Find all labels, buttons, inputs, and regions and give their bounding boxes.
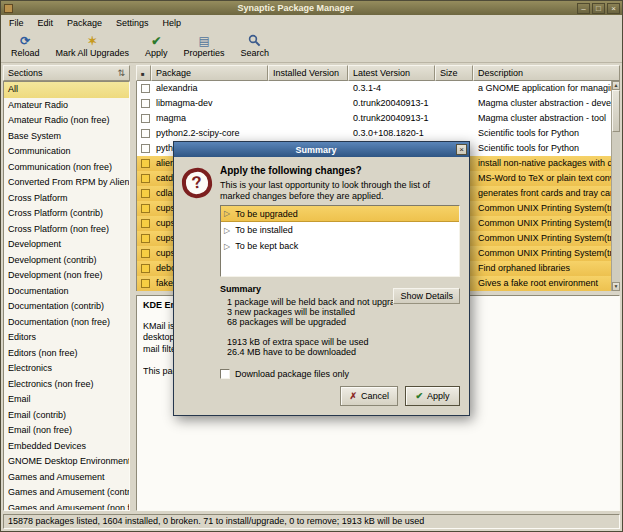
titlebar[interactable]: Synaptic Package Manager – □ × <box>1 1 622 15</box>
table-row[interactable]: python2.2-scipy-core 0.3.0+108.1820-1 Sc… <box>137 126 620 141</box>
change-category-row[interactable]: ▷ To be installed <box>221 222 459 238</box>
summary-line <box>220 327 393 337</box>
section-item[interactable]: Email <box>4 392 129 408</box>
section-item[interactable]: Cross Platform (non free) <box>4 222 129 238</box>
show-details-button[interactable]: Show Details <box>393 288 460 304</box>
section-item[interactable]: Email (non free) <box>4 423 129 439</box>
search-button[interactable]: Search <box>234 31 277 61</box>
apply-toolbar-button[interactable]: ✔ Apply <box>138 31 175 61</box>
change-category-row[interactable]: ▷ To be upgraded <box>221 206 459 222</box>
section-item[interactable]: Email (contrib) <box>4 408 129 424</box>
section-item[interactable]: Documentation (contrib) <box>4 299 129 315</box>
package-description: Common UNIX Printing System(tm <box>474 246 620 261</box>
section-item[interactable]: Development (contrib) <box>4 253 129 269</box>
menubar: File Edit Package Settings Help <box>1 15 622 30</box>
reload-button[interactable]: ⟳ Reload <box>4 31 47 61</box>
installed-version <box>269 126 349 141</box>
menu-item[interactable]: Settings <box>109 17 156 29</box>
row-status-cell <box>137 141 152 156</box>
apply-label: Apply <box>145 48 168 58</box>
expander-icon[interactable]: ▷ <box>224 226 230 235</box>
change-category-label: To be kept back <box>235 241 298 251</box>
section-item[interactable]: Converted From RPM by Alien <box>4 175 129 191</box>
section-item[interactable]: Amateur Radio <box>4 98 129 114</box>
sections-dropdown[interactable]: Sections ⇅ <box>3 65 130 81</box>
expander-icon[interactable]: ▷ <box>224 209 230 218</box>
mark-all-upgrades-button[interactable]: ✶ Mark All Upgrades <box>49 31 137 61</box>
menu-item[interactable]: Edit <box>31 17 61 29</box>
section-item[interactable]: Games and Amusement <box>4 470 129 486</box>
summary-line: 3 new packages will be installed <box>220 307 393 317</box>
section-item[interactable]: Editors (non free) <box>4 346 129 362</box>
download-only-option[interactable]: Download package files only <box>220 369 460 379</box>
section-item[interactable]: Development <box>4 237 129 253</box>
close-icon[interactable]: × <box>607 3 620 14</box>
summary-label: Summary <box>220 284 393 294</box>
question-icon: ? <box>180 166 214 200</box>
section-item[interactable]: Editors <box>4 330 129 346</box>
section-item[interactable]: Amateur Radio (non free) <box>4 113 129 129</box>
section-item[interactable]: Documentation (non free) <box>4 315 129 331</box>
package-description: Find orphaned libraries <box>474 261 620 276</box>
package-name: python2.2-scipy-core <box>152 126 269 141</box>
column-header-description[interactable]: Description <box>473 65 620 81</box>
package-status-icon <box>141 99 150 108</box>
menu-item[interactable]: File <box>2 17 31 29</box>
dialog-body: ? Apply the following changes? This is y… <box>174 157 469 415</box>
row-status-cell <box>137 126 152 141</box>
apply-button[interactable]: ✔ Apply <box>405 386 460 406</box>
package-description: Scientific tools for Python <box>474 126 620 141</box>
minimize-icon[interactable]: – <box>577 3 590 14</box>
section-item[interactable]: Development (non free) <box>4 268 129 284</box>
scroll-up-icon[interactable]: ▲ <box>612 81 620 90</box>
section-item[interactable]: All <box>4 82 129 98</box>
package-description: Common UNIX Printing System(tm <box>474 216 620 231</box>
section-item[interactable]: Cross Platform (contrib) <box>4 206 129 222</box>
window-controls: – □ × <box>575 3 620 14</box>
row-status-cell <box>137 156 152 171</box>
package-description: install non-native packages with dp <box>474 156 620 171</box>
change-category-row[interactable]: ▷ To be kept back <box>221 238 459 254</box>
table-row[interactable]: magma 0.trunk20040913-1 Magma cluster ab… <box>137 111 620 126</box>
section-item[interactable]: GNOME Desktop Environment <box>4 454 129 470</box>
window-title: Synaptic Package Manager <box>16 2 575 15</box>
maximize-icon[interactable]: □ <box>592 3 605 14</box>
summary-line: 68 packages will be upgraded <box>220 317 393 327</box>
column-header-package[interactable]: Package <box>151 65 268 81</box>
section-item[interactable]: Games and Amusement (contrib) <box>4 485 129 501</box>
expander-icon[interactable]: ▷ <box>224 242 230 251</box>
vertical-scrollbar[interactable]: ▲ ▼ <box>611 81 620 291</box>
section-item[interactable]: Games and Amusement (non free) <box>4 501 129 512</box>
download-only-checkbox[interactable] <box>220 369 230 379</box>
column-header-installed-version[interactable]: Installed Version <box>268 65 348 81</box>
section-item[interactable]: Documentation <box>4 284 129 300</box>
column-header-latest-version[interactable]: Latest Version <box>348 65 435 81</box>
cancel-button[interactable]: ✗ Cancel <box>340 386 398 406</box>
section-item[interactable]: Communication <box>4 144 129 160</box>
row-status-cell <box>137 231 152 246</box>
section-item[interactable]: Communication (non free) <box>4 160 129 176</box>
menu-item[interactable]: Help <box>156 17 189 29</box>
change-category-label: To be upgraded <box>235 209 298 219</box>
column-header-size[interactable]: Size <box>435 65 473 81</box>
scrollbar-thumb[interactable] <box>612 90 620 132</box>
dialog-titlebar[interactable]: Summary × <box>174 142 469 157</box>
toolbar: ⟳ Reload ✶ Mark All Upgrades ✔ Apply ▤ P… <box>1 30 622 63</box>
section-item[interactable]: Embedded Devices <box>4 439 129 455</box>
section-item[interactable]: Electronics <box>4 361 129 377</box>
section-item[interactable]: Base System <box>4 129 129 145</box>
package-description: generates front cards and tray car <box>474 186 620 201</box>
apply-button-label: Apply <box>427 391 450 401</box>
scroll-down-icon[interactable]: ▼ <box>612 282 620 291</box>
dialog-close-icon[interactable]: × <box>456 144 467 155</box>
section-item[interactable]: Electronics (non free) <box>4 377 129 393</box>
table-row[interactable]: libmagma-dev 0.trunk20040913-1 Magma clu… <box>137 96 620 111</box>
package-description: a GNOME application for managing <box>474 81 620 96</box>
properties-button[interactable]: ▤ Properties <box>177 31 232 61</box>
dialog-heading: Apply the following changes? <box>220 165 460 176</box>
section-item[interactable]: Cross Platform <box>4 191 129 207</box>
latest-version: 0.3.0+108.1820-1 <box>349 126 436 141</box>
table-row[interactable]: alexandria 0.3.1-4 a GNOME application f… <box>137 81 620 96</box>
column-header-status[interactable]: ■ <box>136 65 151 81</box>
menu-item[interactable]: Package <box>60 17 109 29</box>
